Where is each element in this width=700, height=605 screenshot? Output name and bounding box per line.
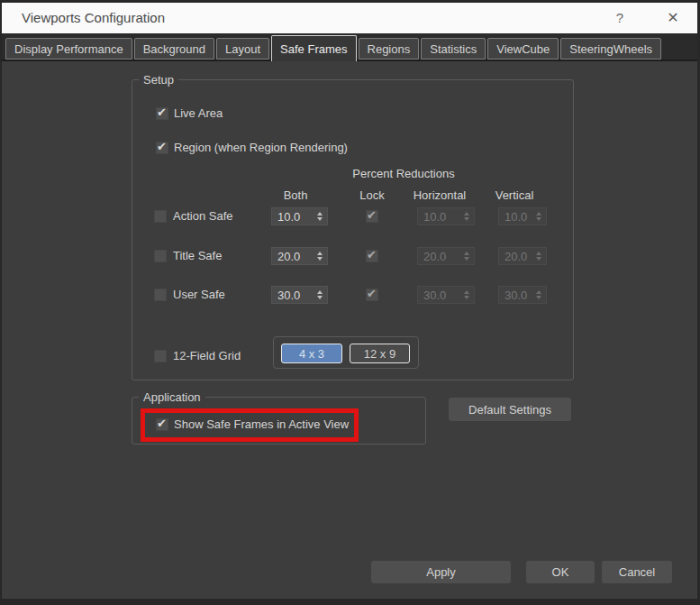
action-safe-both-spinner[interactable]: 10.0 xyxy=(271,207,328,225)
field-grid-button-group: 4 x 3 12 x 9 xyxy=(273,336,419,369)
spinner-value: 20.0 xyxy=(499,250,532,263)
tab-regions[interactable]: Regions xyxy=(359,38,420,60)
highlight-box xyxy=(141,408,359,442)
spinner-value: 10.0 xyxy=(499,210,532,224)
aspect-4x3-button[interactable]: 4 x 3 xyxy=(281,344,342,363)
safe-frame-row-action: Action Safe 10.0 10.0 10.0 xyxy=(132,207,573,225)
window-border-left xyxy=(0,0,2,605)
application-group-label: Application xyxy=(139,390,205,405)
tab-viewcube[interactable]: ViewCube xyxy=(487,38,559,60)
tab-bar: Display PerformanceBackgroundLayoutSafe … xyxy=(2,33,697,61)
tab-background[interactable]: Background xyxy=(134,38,214,60)
title-safe-vertical-spinner[interactable]: 20.0 xyxy=(498,247,547,265)
default-settings-button[interactable]: Default Settings xyxy=(449,398,571,421)
live-area-label: Live Area xyxy=(174,106,223,121)
cancel-button[interactable]: Cancel xyxy=(602,561,672,583)
field-grid-label: 12-Field Grid xyxy=(173,349,241,363)
title-safe-lock-checkbox[interactable] xyxy=(366,250,378,262)
column-header-horizontal: Horizontal xyxy=(399,188,480,203)
spinner-arrows-icon[interactable] xyxy=(532,252,546,261)
user-safe-both-spinner[interactable]: 30.0 xyxy=(271,286,328,304)
apply-button[interactable]: Apply xyxy=(371,561,511,583)
spinner-arrows-icon[interactable] xyxy=(532,212,546,221)
title-bar: Viewports Configuration ? ✕ xyxy=(2,3,697,33)
safe-frame-row-user: User Safe 30.0 30.0 30.0 xyxy=(132,286,573,304)
spinner-value: 10.0 xyxy=(272,210,314,224)
spinner-arrows-icon[interactable] xyxy=(532,290,546,299)
action-safe-lock-checkbox[interactable] xyxy=(366,210,378,223)
percent-reductions-label: Percent Reductions xyxy=(327,167,480,181)
setup-group-label: Setup xyxy=(139,72,178,87)
column-header-both: Both xyxy=(264,188,327,203)
user-safe-vertical-spinner[interactable]: 30.0 xyxy=(498,286,547,304)
user-safe-lock-checkbox[interactable] xyxy=(366,289,378,301)
spinner-arrows-icon[interactable] xyxy=(314,252,327,261)
action-safe-vertical-spinner[interactable]: 10.0 xyxy=(498,207,547,225)
application-group: Application Show Safe Frames in Active V… xyxy=(132,397,426,445)
spinner-value: 30.0 xyxy=(499,289,532,302)
help-icon[interactable]: ? xyxy=(609,3,631,33)
user-safe-label: User Safe xyxy=(173,288,225,302)
spinner-arrows-icon[interactable] xyxy=(460,212,474,221)
setup-group: Setup Live Area Region (when Region Rend… xyxy=(132,79,574,380)
spinner-arrows-icon[interactable] xyxy=(460,290,474,299)
field-grid-checkbox[interactable] xyxy=(154,350,167,362)
spinner-arrows-icon[interactable] xyxy=(314,290,327,299)
title-safe-both-spinner[interactable]: 20.0 xyxy=(271,247,328,265)
tab-safe-frames[interactable]: Safe Frames xyxy=(271,35,356,61)
action-safe-horizontal-spinner[interactable]: 10.0 xyxy=(417,207,475,225)
safe-frame-row-title: Title Safe 20.0 20.0 20.0 xyxy=(132,247,573,265)
spinner-arrows-icon[interactable] xyxy=(460,252,474,261)
spinner-arrows-icon[interactable] xyxy=(314,212,327,221)
region-label: Region (when Region Rendering) xyxy=(174,141,348,155)
spinner-value: 20.0 xyxy=(272,250,314,263)
spinner-value: 30.0 xyxy=(418,289,460,302)
spinner-value: 30.0 xyxy=(272,289,314,302)
title-safe-label: Title Safe xyxy=(173,249,222,263)
title-safe-horizontal-spinner[interactable]: 20.0 xyxy=(417,247,475,265)
live-area-checkbox[interactable] xyxy=(156,107,168,120)
title-safe-checkbox[interactable] xyxy=(154,250,167,262)
user-safe-horizontal-spinner[interactable]: 30.0 xyxy=(417,286,475,304)
action-safe-label: Action Safe xyxy=(173,209,233,224)
column-header-vertical: Vertical xyxy=(474,188,555,203)
tab-steeringwheels[interactable]: SteeringWheels xyxy=(560,38,661,60)
tab-display-performance[interactable]: Display Performance xyxy=(5,38,132,60)
spinner-value: 10.0 xyxy=(418,210,460,224)
window-border-bottom xyxy=(0,599,700,605)
window-title: Viewports Configuration xyxy=(22,3,165,33)
region-checkbox[interactable] xyxy=(156,142,168,154)
close-icon[interactable]: ✕ xyxy=(662,3,684,33)
viewports-configuration-dialog: Viewports Configuration ? ✕ Display Perf… xyxy=(0,0,700,605)
column-header-lock: Lock xyxy=(341,188,404,203)
aspect-12x9-button[interactable]: 12 x 9 xyxy=(350,344,410,363)
ok-button[interactable]: OK xyxy=(526,561,595,583)
spinner-value: 20.0 xyxy=(418,250,460,263)
user-safe-checkbox[interactable] xyxy=(154,289,167,301)
action-safe-checkbox[interactable] xyxy=(154,210,167,223)
tab-layout[interactable]: Layout xyxy=(216,38,269,60)
tab-statistics[interactable]: Statistics xyxy=(421,38,486,60)
